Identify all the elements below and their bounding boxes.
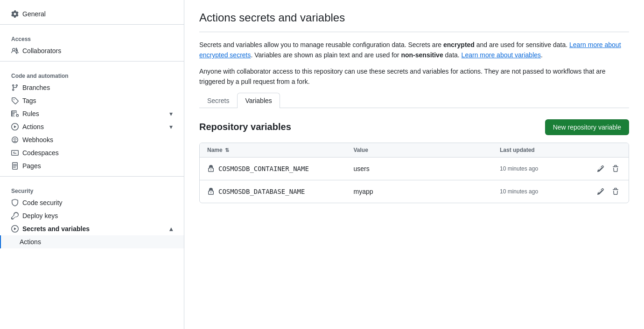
sidebar-collaborators-label: Collaborators — [22, 47, 61, 55]
section-header: Repository variables New repository vari… — [199, 119, 629, 135]
edit-variable-button[interactable] — [595, 186, 606, 197]
sidebar-item-secrets-variables[interactable]: Secrets and variables ▴ — [4, 222, 180, 235]
shield-icon — [11, 199, 19, 206]
var-value-cell: myapp — [354, 188, 500, 195]
rules-chevron-icon: ▾ — [169, 110, 173, 117]
pages-icon — [11, 162, 19, 170]
row-actions — [593, 163, 621, 174]
var-updated-cell: 10 minutes ago — [500, 165, 593, 172]
sidebar-item-deploy-keys[interactable]: Deploy keys — [4, 209, 180, 222]
sidebar-secrets-variables-label: Secrets and variables — [22, 225, 90, 233]
desc-bold-encrypted: encrypted — [443, 41, 475, 48]
description-1: Secrets and variables allow you to manag… — [199, 40, 629, 61]
tabs-container: Secrets Variables — [199, 93, 629, 108]
code-automation-section-label: Code and automation — [0, 65, 184, 81]
actions-chevron-icon: ▾ — [169, 123, 173, 130]
person-icon — [11, 47, 19, 55]
col-name-header: Name ⇅ — [207, 147, 354, 153]
main-content: Actions secrets and variables Secrets an… — [184, 0, 644, 329]
desc-text-1: Secrets and variables allow you to manag… — [199, 41, 443, 48]
lock-icon — [207, 165, 215, 172]
new-repository-variable-button[interactable]: New repository variable — [545, 119, 629, 135]
col-value-header: Value — [354, 147, 500, 153]
sidebar-item-branches[interactable]: Branches — [4, 81, 180, 94]
sidebar-codespaces-label: Codespaces — [22, 149, 59, 157]
variables-table: Name ⇅ Value Last updated COSMOSDB_CONTA… — [199, 143, 629, 203]
codespaces-icon — [11, 149, 19, 157]
var-name-cell: COSMOSDB_CONTAINER_NAME — [207, 165, 354, 172]
secrets-chevron-icon: ▴ — [169, 225, 173, 233]
tab-secrets[interactable]: Secrets — [199, 93, 237, 108]
lock-icon — [207, 188, 215, 195]
sidebar: General Access Collaborators Code and au… — [0, 0, 184, 329]
var-name-cell: COSMOSDB_DATABASE_NAME — [207, 188, 354, 195]
sidebar-actions-label: Actions — [22, 123, 44, 130]
sidebar-code-security-label: Code security — [22, 199, 63, 206]
access-section-label: Access — [0, 28, 184, 44]
desc-text-2: and are used for sensitive data. — [475, 41, 569, 48]
description-2: Anyone with collaborator access to this … — [199, 66, 629, 87]
sidebar-item-pages[interactable]: Pages — [4, 159, 180, 172]
row-actions — [593, 186, 621, 197]
gear-icon — [11, 10, 19, 18]
sidebar-item-webhooks[interactable]: Webhooks — [4, 133, 180, 146]
desc-text-4: data. — [443, 51, 462, 59]
table-row: COSMOSDB_DATABASE_NAME myapp 10 minutes … — [200, 180, 629, 203]
sidebar-branches-label: Branches — [22, 84, 50, 91]
var-updated-cell: 10 minutes ago — [500, 188, 593, 195]
branches-icon — [11, 84, 19, 91]
sidebar-actions-sub-label: Actions — [20, 238, 41, 246]
table-header: Name ⇅ Value Last updated — [200, 143, 629, 158]
page-title: Actions secrets and variables — [199, 11, 629, 24]
sidebar-item-code-security[interactable]: Code security — [4, 196, 180, 209]
delete-variable-button[interactable] — [610, 186, 621, 197]
actions-icon — [11, 123, 19, 130]
sidebar-item-general[interactable]: General — [4, 7, 180, 21]
var-value-cell: users — [354, 165, 500, 172]
sidebar-item-tags[interactable]: Tags — [4, 94, 180, 107]
divider-3 — [0, 176, 184, 177]
rules-icon — [11, 110, 19, 117]
edit-variable-button[interactable] — [595, 163, 606, 174]
sort-icon: ⇅ — [225, 147, 229, 153]
webhooks-icon — [11, 136, 19, 144]
sidebar-general-label: General — [22, 10, 46, 18]
divider-1 — [0, 24, 184, 25]
desc-bold-nonsensitive: non-sensitive — [401, 51, 443, 59]
title-divider — [199, 32, 629, 32]
delete-variable-button[interactable] — [610, 163, 621, 174]
sidebar-item-collaborators[interactable]: Collaborators — [4, 44, 180, 57]
divider-2 — [0, 61, 184, 62]
sidebar-webhooks-label: Webhooks — [22, 136, 53, 144]
security-section-label: Security — [0, 180, 184, 196]
sidebar-item-rules[interactable]: Rules ▾ — [4, 107, 180, 120]
sidebar-item-codespaces[interactable]: Codespaces — [4, 146, 180, 159]
col-actions-header — [593, 147, 621, 153]
asterisk-icon — [11, 225, 19, 233]
key-icon — [11, 212, 19, 219]
learn-vars-link[interactable]: Learn more about variables — [462, 51, 541, 59]
section-title: Repository variables — [199, 122, 291, 132]
sidebar-item-actions[interactable]: Actions ▾ — [4, 120, 180, 133]
sidebar-pages-label: Pages — [22, 162, 41, 170]
sidebar-tags-label: Tags — [22, 97, 36, 104]
table-row: COSMOSDB_CONTAINER_NAME users 10 minutes… — [200, 158, 629, 180]
sidebar-deploy-keys-label: Deploy keys — [22, 212, 58, 219]
sidebar-item-actions-sub[interactable]: Actions — [0, 235, 184, 248]
sidebar-rules-label: Rules — [22, 110, 39, 117]
tag-icon — [11, 97, 19, 104]
col-updated-header: Last updated — [500, 147, 593, 153]
desc-text-3: . Variables are shown as plain text and … — [251, 51, 401, 59]
tab-variables[interactable]: Variables — [237, 93, 280, 108]
desc-period: . — [541, 51, 543, 59]
